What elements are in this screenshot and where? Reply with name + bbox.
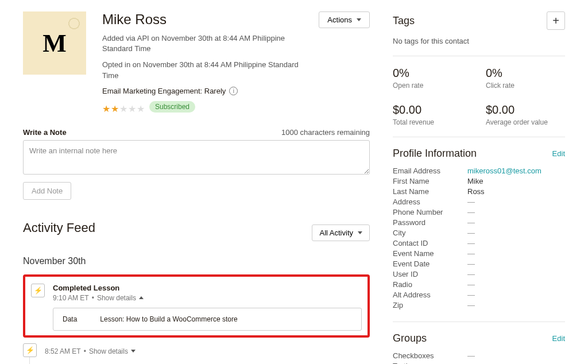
profile-value: —: [467, 280, 475, 289]
edit-profile-link[interactable]: Edit: [552, 149, 565, 158]
profile-key: Truth: [393, 362, 467, 364]
chevron-down-icon: [358, 231, 362, 234]
star-icon: ★: [128, 103, 136, 114]
note-section-title: Write a Note: [23, 128, 67, 137]
profile-row: User ID—: [393, 270, 565, 278]
profile-key: City: [393, 229, 467, 237]
profile-row: Password—: [393, 218, 565, 227]
lightning-icon: ⚡: [23, 343, 37, 357]
stat-block: 0%Open rate: [393, 67, 472, 90]
profile-row: Checkboxes—: [393, 351, 565, 360]
no-tags-text: No tags for this contact: [393, 37, 565, 45]
star-icon: ★: [102, 103, 110, 114]
profile-key: Event Date: [393, 260, 467, 268]
chevron-down-icon: [131, 350, 136, 353]
profile-row: Phone Number—: [393, 208, 565, 216]
profile-key: Last Name: [393, 187, 467, 196]
avatar-letter: M: [42, 29, 67, 58]
profile-title: Profile Information: [393, 148, 477, 160]
profile-value: —: [467, 362, 475, 364]
chevron-up-icon: [139, 296, 144, 299]
star-icon: ★: [137, 103, 145, 114]
stat-block: $0.00Average order value: [486, 103, 565, 126]
star-icon: ★: [119, 103, 127, 114]
chevron-down-icon: [357, 18, 361, 21]
profile-row: Last NameRoss: [393, 187, 565, 196]
stat-value: 0%: [486, 67, 565, 80]
stat-block: 0%Click rate: [486, 67, 565, 90]
rating-stars: ★★★★★: [102, 103, 145, 114]
profile-key: User ID: [393, 270, 467, 278]
activity-filter-button[interactable]: All Activity: [312, 224, 370, 241]
activity-time: 8:52 AM ET: [45, 347, 81, 355]
contact-name: Mike Ross: [102, 11, 303, 28]
groups-title: Groups: [393, 332, 427, 344]
subscribed-badge: Subscribed: [149, 101, 195, 113]
tags-title: Tags: [393, 15, 415, 27]
detail-key: Data: [63, 315, 77, 323]
profile-value: —: [467, 249, 475, 258]
stat-label: Average order value: [486, 118, 565, 126]
activity-item-title: Completed Lesson: [53, 284, 362, 292]
stat-label: Open rate: [393, 82, 472, 90]
profile-value: —: [467, 301, 475, 309]
info-icon[interactable]: i: [229, 87, 238, 95]
profile-value: —: [467, 291, 475, 299]
profile-row: Email Addressmikeross01@test.com: [393, 166, 565, 175]
profile-row: First NameMike: [393, 177, 565, 185]
activity-item: ⚡ Completed Lesson 9:10 AM ET • Show det…: [31, 284, 362, 331]
profile-row: Event Name—: [393, 249, 565, 258]
highlighted-activity: ⚡ Completed Lesson 9:10 AM ET • Show det…: [23, 274, 370, 338]
profile-key: Zip: [393, 301, 467, 309]
stat-label: Click rate: [486, 82, 565, 90]
chars-remaining: 1000 characters remaining: [281, 128, 370, 137]
profile-row: Contact ID—: [393, 239, 565, 247]
profile-value: —: [467, 218, 475, 227]
profile-value[interactable]: mikeross01@test.com: [467, 166, 541, 175]
profile-key: Event Name: [393, 249, 467, 258]
opted-in-text: Opted in on November 30th at 8:44 AM Phi…: [102, 60, 303, 80]
profile-value: —: [467, 229, 475, 237]
avatar: M: [23, 11, 86, 75]
profile-value: Mike: [467, 177, 483, 185]
profile-key: Radio: [393, 280, 467, 289]
activity-feed-title: Activity Feed: [23, 220, 95, 235]
detail-value: Lesson: How to Build a WooCommerce store: [100, 315, 237, 323]
profile-key: Alt Address: [393, 291, 467, 299]
profile-row: City—: [393, 229, 565, 237]
profile-key: Email Address: [393, 166, 467, 175]
show-details-toggle[interactable]: Show details: [89, 347, 136, 355]
profile-value: Ross: [467, 187, 485, 196]
stat-label: Total revenue: [393, 118, 472, 126]
profile-value: —: [467, 239, 475, 247]
engagement-label: Email Marketing Engagement: Rarely: [102, 87, 226, 95]
stat-value: $0.00: [393, 103, 472, 117]
note-input[interactable]: [23, 140, 370, 175]
actions-button[interactable]: Actions: [319, 11, 370, 28]
stat-block: $0.00Total revenue: [393, 103, 472, 126]
activity-date-group: November 30th: [23, 256, 370, 266]
lightning-icon: ⚡: [31, 284, 45, 297]
add-note-button[interactable]: Add Note: [23, 182, 71, 200]
show-details-toggle[interactable]: Show details: [97, 294, 144, 302]
activity-item-title: [45, 343, 370, 346]
added-via-text: Added via API on November 30th at 8:44 A…: [102, 33, 303, 54]
activity-time: 9:10 AM ET: [53, 294, 89, 302]
profile-value: —: [467, 270, 475, 278]
activity-detail-box: Data Lesson: How to Build a WooCommerce …: [53, 308, 362, 331]
profile-key: Password: [393, 218, 467, 227]
stat-value: 0%: [393, 67, 472, 80]
add-tag-button[interactable]: +: [547, 11, 565, 30]
profile-key: Checkboxes: [393, 351, 467, 360]
profile-key: Contact ID: [393, 239, 467, 247]
profile-value: —: [467, 208, 475, 216]
profile-row: Alt Address—: [393, 291, 565, 299]
profile-row: Zip—: [393, 301, 565, 309]
profile-key: Phone Number: [393, 208, 467, 216]
profile-value: —: [467, 198, 475, 206]
profile-row: Truth—: [393, 362, 565, 364]
star-icon: ★: [111, 103, 119, 114]
stat-value: $0.00: [486, 103, 565, 117]
edit-groups-link[interactable]: Edit: [552, 334, 565, 343]
profile-value: —: [467, 260, 475, 268]
